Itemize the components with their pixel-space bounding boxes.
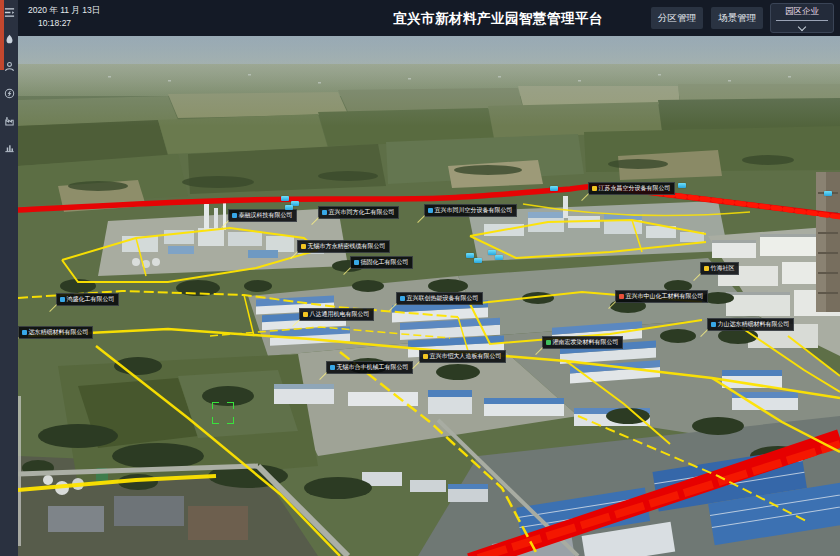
company-marker-icon [428,208,433,213]
scene-management-button[interactable]: 场景管理 [711,7,763,29]
company-marker-icon [400,296,405,301]
company-label[interactable]: 灌南宏发染材料有限公司 [542,336,623,349]
company-label-text: 宜兴市恒大人造板有限公司 [430,351,502,362]
fire-icon[interactable] [4,34,15,45]
company-label-text: 江苏永昌空分设备有限公司 [599,183,671,194]
toolbar-accent-bar [0,0,4,70]
company-marker-icon [704,266,709,271]
company-marker-icon [301,244,306,249]
selection-reticle [212,402,234,424]
company-label-text: 力山远东精细材料有限公司 [718,319,790,330]
truck-icon[interactable] [474,258,482,263]
enterprise-dropdown[interactable]: 园区企业 [770,3,834,33]
truck-icon[interactable] [678,183,686,188]
map-overlay: 泰融汉科技有限公司宜兴市同方化工有限公司宜兴市同川空分设备有限公司江苏永昌空分设… [0,0,840,556]
company-label[interactable]: 泰融汉科技有限公司 [228,209,297,222]
company-label-text: 无锡市合丰机械工有限公司 [337,362,409,373]
company-label-text: 宜兴市中山化工材料有限公司 [626,291,704,302]
company-label[interactable]: 宜兴市中山化工材料有限公司 [615,290,708,303]
company-marker-icon [546,340,551,345]
time-text: 10:18:27 [38,18,100,28]
top-header: 2020 年 11 月 13日 10:18:27 宜兴市新材料产业园智慧管理平台… [18,0,840,36]
company-label[interactable]: 宜兴市同川空分设备有限公司 [424,204,517,217]
company-marker-icon [592,186,597,191]
app-root: 泰融汉科技有限公司宜兴市同方化工有限公司宜兴市同川空分设备有限公司江苏永昌空分设… [0,0,840,556]
company-label[interactable]: 力山远东精细材料有限公司 [707,318,794,331]
company-label-text: 宜兴联创热能设备有限公司 [407,293,479,304]
factory-icon[interactable] [4,115,15,126]
company-label[interactable]: 鸿盛化工有限公司 [56,293,119,306]
zone-management-button[interactable]: 分区管理 [651,7,703,29]
truck-icon[interactable] [466,253,474,258]
company-marker-icon [423,354,428,359]
company-marker-icon [711,322,716,327]
company-label-text: 德固化工有限公司 [361,257,409,268]
user-icon[interactable] [4,61,15,72]
truck-icon[interactable] [285,205,293,210]
company-label[interactable]: 德固化工有限公司 [350,256,413,269]
date-text: 2020 年 11 月 13日 [28,5,100,15]
company-marker-icon [232,213,237,218]
statistics-icon[interactable] [4,142,15,153]
company-label-text: 宜兴市同川空分设备有限公司 [435,205,513,216]
company-label[interactable]: 宜兴市恒大人造板有限公司 [419,350,506,363]
enterprise-dropdown-label: 园区企业 [771,4,833,18]
left-toolbar [0,0,18,556]
company-label[interactable]: 无锡市方永精密线缆有限公司 [297,240,390,253]
truck-icon[interactable] [824,191,832,196]
chevron-down-icon [798,23,806,31]
company-marker-icon [303,312,308,317]
page-title: 宜兴市新材料产业园智慧管理平台 [393,10,603,28]
datetime-display: 2020 年 11 月 13日 10:18:27 [28,5,100,28]
company-label-text: 宜兴市同方化工有限公司 [329,207,395,218]
truck-icon[interactable] [281,196,289,201]
truck-icon[interactable] [550,186,558,191]
truck-icon[interactable] [495,255,503,260]
company-label[interactable]: 八达通用机电有限公司 [299,308,374,321]
company-label[interactable]: 江苏永昌空分设备有限公司 [588,182,675,195]
company-label[interactable]: 宜兴市同方化工有限公司 [318,206,399,219]
company-label[interactable]: 无锡市合丰机械工有限公司 [326,361,413,374]
company-marker-icon [22,330,27,335]
company-label-text: 鸿盛化工有限公司 [67,294,115,305]
company-label-text: 灌南宏发染材料有限公司 [553,337,619,348]
company-marker-icon [330,365,335,370]
company-marker-icon [322,210,327,215]
company-label[interactable]: 远东精细材料有限公司 [18,326,93,339]
company-label[interactable]: 宜兴联创热能设备有限公司 [396,292,483,305]
company-label-text: 泰融汉科技有限公司 [239,210,293,221]
collapse-menu-icon[interactable] [4,7,15,18]
company-marker-icon [619,294,624,299]
company-label-text: 无锡市方永精密线缆有限公司 [308,241,386,252]
company-label-text: 竹海社区 [711,263,735,274]
company-label-text: 远东精细材料有限公司 [29,327,89,338]
company-marker-icon [354,260,359,265]
company-label-text: 八达通用机电有限公司 [310,309,370,320]
dropdown-divider [776,20,828,21]
energy-icon[interactable] [4,88,15,99]
company-label[interactable]: 竹海社区 [700,262,739,275]
company-marker-icon [60,297,65,302]
